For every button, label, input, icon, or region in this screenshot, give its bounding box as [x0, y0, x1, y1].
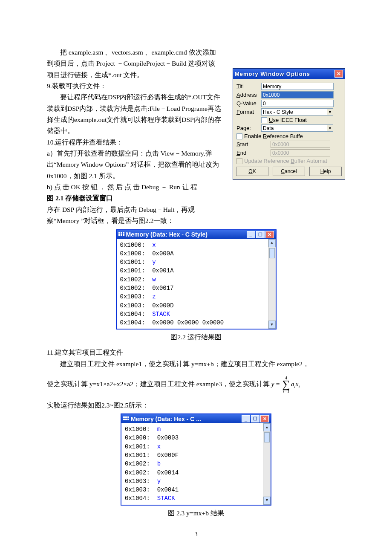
cancel-button[interactable]: Cancel	[273, 167, 305, 176]
scrollbar[interactable]: ▲ ▼	[268, 239, 276, 329]
title-label: itl	[239, 83, 243, 90]
memory-window-1: Memory (Data: Hex - C Style) _ ☐ ✕ 0x100…	[116, 229, 277, 330]
memory-window-title: Memory (Data: Hex - C ...	[131, 416, 201, 422]
paragraph: b) 点 击 OK 按 钮 ， 然 后 点 击 Debug － Run 让 程	[47, 182, 222, 193]
enable-ref-checkbox[interactable]	[236, 133, 242, 139]
scroll-thumb[interactable]	[264, 432, 270, 442]
paragraph: 把 example.asm 、vectors.asm 、example.cmd …	[47, 47, 222, 81]
memory-window-2: Memory (Data: Hex - C ... _ ☐ ✕ 0x1000: …	[121, 413, 271, 506]
scroll-up-icon[interactable]: ▲	[263, 423, 271, 431]
qvalue-label: -Value	[241, 100, 257, 107]
close-icon[interactable]: ✕	[265, 231, 274, 238]
ok-button[interactable]: OK	[236, 167, 268, 176]
format-field[interactable]	[261, 108, 327, 116]
page-field[interactable]	[261, 124, 327, 132]
paragraph: 要让程序代码在DSP内部运行必需将生成的*.OUT文件装载到DSP内部，装载方法…	[47, 92, 222, 136]
figure-caption: 图2.2 运行结果图	[47, 332, 345, 343]
start-label: tart	[240, 141, 248, 147]
memory-content: 0x1000: x0x1000: 0x000A0x1001: y0x1001: …	[117, 239, 268, 329]
end-label: nd	[240, 150, 246, 156]
address-field[interactable]	[261, 91, 334, 98]
dialog-titlebar: Memory Window Options ✕	[233, 69, 345, 79]
ieee-label: se IEEE Float	[273, 117, 306, 123]
paragraph: 实验运行结果如图2.3~图2.5所示：	[47, 400, 345, 411]
paragraph: a）首先打开欲查看的数据空间：点击 View－Memory,弹出“Memory …	[47, 148, 222, 182]
format-combo[interactable]: ▼	[261, 108, 333, 116]
page-combo[interactable]: ▼	[261, 124, 333, 132]
scroll-up-icon[interactable]: ▲	[268, 239, 276, 247]
minimize-icon[interactable]: _	[247, 231, 255, 238]
chevron-down-icon[interactable]: ▼	[327, 124, 333, 132]
qvalue-field[interactable]	[261, 100, 334, 107]
paragraph: 序在 DSP 内部运行，最后点击 Debug－Halt，再观察“Memory ”…	[47, 204, 222, 227]
scroll-down-icon[interactable]: ▼	[263, 497, 271, 505]
figure-caption: 图 2.1 存储器设置窗口	[47, 193, 222, 204]
chevron-down-icon[interactable]: ▼	[327, 108, 333, 116]
format-label: ormat	[240, 109, 254, 115]
paragraph: 使之实现计算 y=x1×a2+x2×a2；建立项目工程文件 example3，使…	[47, 376, 345, 394]
section-heading: 9.装载可执行文件：	[47, 81, 222, 92]
scroll-down-icon[interactable]: ▼	[268, 321, 276, 329]
section-heading: 11.建立其它项目工程文件	[47, 347, 345, 358]
section-heading: 10.运行程序并查看结果：	[47, 137, 222, 148]
page-number: 3	[47, 531, 345, 538]
scroll-thumb[interactable]	[269, 248, 275, 258]
title-field[interactable]	[261, 83, 334, 90]
close-icon[interactable]: ✕	[260, 415, 269, 422]
start-field	[271, 141, 330, 148]
ieee-checkbox[interactable]	[261, 117, 267, 123]
memory-options-dialog: Memory Window Options ✕ Titl Address Q-V…	[233, 68, 345, 180]
grid-icon	[118, 232, 124, 237]
enable-ref-label: eference Buffe	[267, 133, 303, 139]
maximize-icon[interactable]: ☐	[251, 415, 259, 422]
minimize-icon[interactable]: _	[242, 415, 250, 422]
end-field	[271, 149, 330, 156]
page-label: Page:	[236, 125, 261, 131]
dialog-title: Memory Window Options	[235, 71, 310, 77]
update-ref-label: uffer Automat	[294, 158, 327, 164]
address-label: ddress	[240, 92, 257, 98]
scrollbar[interactable]: ▲ ▼	[263, 423, 271, 505]
memory-window-title: Memory (Data: Hex - C Style)	[126, 231, 208, 238]
grid-icon	[123, 416, 129, 422]
paragraph: 建立项目工程文件 example1，使之实现计算 y=mx+b；建立项目工程文件…	[47, 358, 345, 370]
maximize-icon[interactable]: ☐	[256, 231, 265, 238]
update-ref-checkbox	[236, 158, 242, 164]
memory-content: 0x1000: m0x1000: 0x00030x1001: x0x1001: …	[121, 423, 263, 505]
close-icon[interactable]: ✕	[334, 70, 343, 78]
figure-caption: 图 2.3 y=mx+b 结果	[47, 508, 345, 519]
help-button[interactable]: Help	[309, 167, 342, 176]
